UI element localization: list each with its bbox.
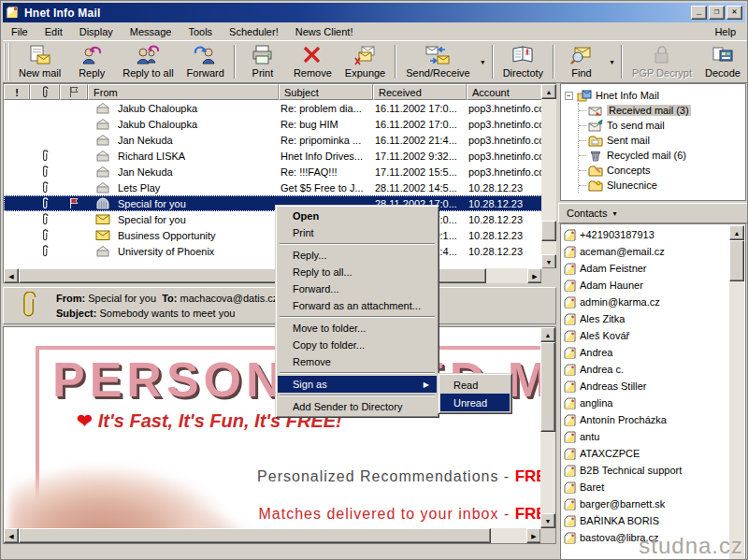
find-dropdown-arrow[interactable]: ▾ xyxy=(606,41,618,82)
message-row-selected[interactable]: Special for you 28.11.2002 17:0... 10.28… xyxy=(4,195,542,211)
contact-item[interactable]: aceman@email.cz xyxy=(563,243,729,260)
reply-button[interactable]: Reply xyxy=(67,41,116,82)
contact-item[interactable]: Andrea xyxy=(563,344,729,361)
scroll-down-button[interactable]: ▼ xyxy=(540,513,555,528)
context-menu-move-to-folder[interactable]: Move to folder... xyxy=(278,320,437,337)
reply-to-all-button[interactable]: Reply to all xyxy=(116,41,180,82)
contact-item[interactable]: Andrea c. xyxy=(563,361,729,378)
contact-item[interactable]: Adam Hauner xyxy=(563,277,729,294)
menu-item[interactable]: Message xyxy=(122,24,180,39)
close-button[interactable]: ✕ xyxy=(726,6,742,20)
column-account[interactable]: Account xyxy=(467,84,542,100)
menu-item[interactable]: File xyxy=(3,24,36,39)
message-list-hscrollbar[interactable]: ◀ ▶ xyxy=(4,268,542,283)
column-priority[interactable]: ! xyxy=(4,84,30,100)
scroll-up-button[interactable]: ▲ xyxy=(729,225,744,240)
scroll-right-button[interactable]: ▶ xyxy=(527,268,542,283)
contact-item[interactable]: +421903187913 xyxy=(563,226,729,243)
scroll-up-button[interactable]: ▲ xyxy=(541,84,556,99)
scroll-up-button[interactable]: ▲ xyxy=(540,327,555,342)
contacts-header[interactable]: Contacts ▾ xyxy=(558,203,748,223)
context-menu-forward-as-attachment[interactable]: Forward as an attachment... xyxy=(278,297,437,314)
column-attachment[interactable] xyxy=(30,84,60,100)
contact-item[interactable]: Ales Zitka xyxy=(563,310,729,327)
contacts-dropdown-arrow[interactable]: ▾ xyxy=(612,209,616,218)
menu-item[interactable]: Scheduler! xyxy=(221,24,287,39)
contacts-vscrollbar[interactable]: ▲ ▼ xyxy=(729,225,744,560)
new-mail-button[interactable]: New mail xyxy=(12,41,67,82)
column-subject[interactable]: Subject xyxy=(279,84,373,100)
menu-item[interactable]: Tools xyxy=(180,24,221,39)
submenu-read[interactable]: Read xyxy=(440,376,510,394)
maximize-button[interactable]: ❐ xyxy=(709,6,725,20)
directory-button[interactable]: Directoty xyxy=(496,41,550,82)
forward-button[interactable]: Forward xyxy=(180,41,231,82)
column-from[interactable]: From xyxy=(88,84,279,100)
tree-item-concepts[interactable]: Concepts xyxy=(579,163,743,178)
context-menu-print[interactable]: Print xyxy=(278,224,437,241)
expunge-button[interactable]: Expunge xyxy=(338,41,392,82)
submenu-unread[interactable]: Unread xyxy=(440,394,510,411)
message-row[interactable]: Richard LISKA Hnet Info Drives... 17.11.… xyxy=(4,148,542,164)
tree-root[interactable]: − Hnet Info Mail xyxy=(565,88,743,103)
decode-button[interactable]: Decode xyxy=(698,41,747,82)
contact-item[interactable]: B2B Technical support xyxy=(563,462,729,479)
contact-item[interactable]: ATAXCZPCE xyxy=(563,445,729,462)
tree-item-received-mail[interactable]: Received mail (3) xyxy=(579,103,743,118)
context-menu-reply[interactable]: Reply... xyxy=(278,247,437,264)
message-row[interactable]: Lets Play Get $5 Free to J... 28.11.2002… xyxy=(4,179,542,195)
tree-item-recycled-mail[interactable]: Recycled mail (6) xyxy=(579,148,743,163)
menu-item[interactable]: Display xyxy=(71,24,122,39)
message-row[interactable]: Jan Nekuda Re: !!!FAQ!!! 17.11.2002 15:5… xyxy=(4,164,542,179)
send-receive-button[interactable]: Send/Receive xyxy=(399,41,476,82)
find-button[interactable]: Find xyxy=(557,41,606,82)
menu-item[interactable]: News Client! xyxy=(287,24,362,39)
contact-item[interactable]: admin@karma.cz xyxy=(563,294,729,310)
context-menu-sign-as[interactable]: Sign as▶ xyxy=(278,376,437,393)
tree-collapse-toggle[interactable]: − xyxy=(565,92,573,100)
context-menu-reply-to-all[interactable]: Reply to all... xyxy=(278,264,437,280)
preview-vscrollbar[interactable]: ▲ ▼ xyxy=(540,327,555,528)
send-receive-dropdown-arrow[interactable]: ▾ xyxy=(477,41,489,82)
minimize-button[interactable]: _ xyxy=(691,6,707,20)
message-row[interactable]: Jakub Chaloupka Re: bug HIM 16.11.2002 1… xyxy=(4,116,542,132)
message-row[interactable]: Jan Nekuda Re: pripominka ... 16.11.2002… xyxy=(4,132,542,148)
print-button[interactable]: Print xyxy=(238,41,287,82)
tree-item-sent-mail[interactable]: Sent mail xyxy=(579,133,743,148)
menu-item[interactable]: Edit xyxy=(36,24,71,39)
preview-hscrollbar[interactable]: ◀ ▶ xyxy=(4,528,541,543)
scroll-thumb[interactable] xyxy=(729,240,744,281)
tree-item-slunecnice[interactable]: Slunecnice xyxy=(579,178,743,193)
message-row[interactable]: Special for you 28.11.2002 17:0... 10.28… xyxy=(4,211,542,227)
message-row[interactable]: University of Phoenix 28.11.2002 21:4...… xyxy=(4,243,542,259)
contact-item[interactable]: barger@barnett.sk xyxy=(563,495,729,512)
context-menu-copy-to-folder[interactable]: Copy to folder... xyxy=(278,337,437,353)
toolbar-grip[interactable] xyxy=(4,43,10,80)
scroll-left-button[interactable]: ◀ xyxy=(4,528,19,543)
scroll-left-button[interactable]: ◀ xyxy=(4,268,19,283)
menu-item-help[interactable]: Help xyxy=(705,24,745,39)
message-row[interactable]: Jakub Chaloupka Re: problem dia... 16.11… xyxy=(4,100,542,116)
contact-item[interactable]: anglina xyxy=(563,395,729,411)
context-menu-add-sender[interactable]: Add Sender to Directory xyxy=(278,398,437,415)
contact-item[interactable]: Andreas Stiller xyxy=(563,378,729,395)
contact-item[interactable]: Antonín Procházka xyxy=(563,411,729,428)
scroll-thumb[interactable] xyxy=(540,342,555,432)
remove-button[interactable]: Remove xyxy=(287,41,338,82)
scroll-thumb[interactable] xyxy=(19,528,491,543)
contact-item[interactable]: Aleš Kovář xyxy=(563,327,729,344)
context-menu-remove[interactable]: Remove xyxy=(278,353,437,370)
scroll-down-button[interactable]: ▼ xyxy=(541,254,556,269)
contact-item[interactable]: antu xyxy=(563,428,729,445)
tree-item-to-send-mail[interactable]: To send mail xyxy=(579,118,743,133)
message-row[interactable]: Business Opportunity 28.11.2002 19:1... … xyxy=(4,227,542,243)
column-flag[interactable] xyxy=(60,84,88,100)
message-list-vscrollbar[interactable]: ▲ ▼ xyxy=(541,84,556,269)
contact-item[interactable]: Baret xyxy=(563,479,729,495)
context-menu-open[interactable]: Open xyxy=(278,208,437,224)
scroll-thumb[interactable] xyxy=(541,221,556,241)
context-menu-forward[interactable]: Forward... xyxy=(278,280,437,297)
scroll-right-button[interactable]: ▶ xyxy=(526,528,541,543)
contact-item[interactable]: BAŘINKA BORIS xyxy=(563,512,729,529)
column-received[interactable]: Received xyxy=(373,84,467,100)
